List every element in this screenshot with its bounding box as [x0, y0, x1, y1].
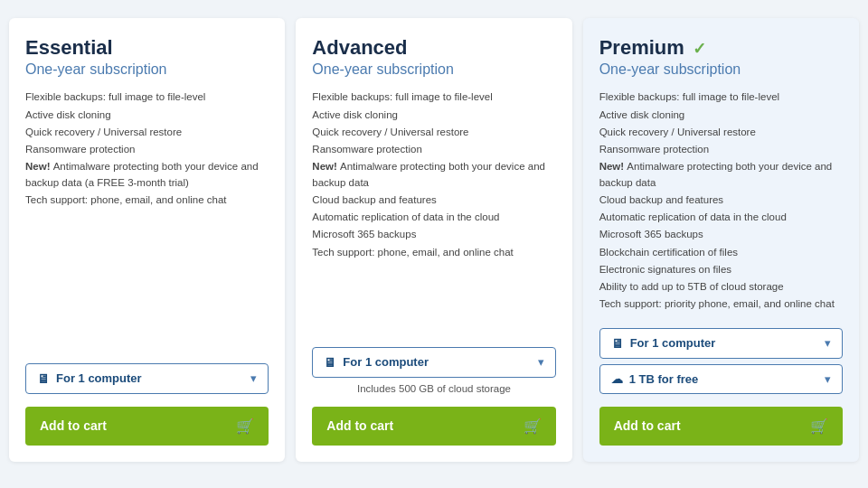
feature-item: Active disk cloning [599, 107, 843, 124]
chevron-down-icon: ▾ [825, 372, 831, 386]
cart-icon: 🛒 [810, 418, 828, 435]
computer-dropdown-essential[interactable]: 🖥For 1 computer▾ [25, 363, 269, 394]
checkmark-icon: ✓ [688, 40, 706, 58]
computer-dropdown-label: For 1 computer [343, 355, 429, 369]
chevron-down-icon: ▾ [825, 336, 831, 350]
cards-container: EssentialOne-year subscriptionFlexible b… [9, 18, 859, 462]
feature-item: Cloud backup and features [599, 192, 843, 209]
new-label: New! [25, 161, 53, 172]
features-list-advanced: Flexible backups: full image to file-lev… [312, 89, 555, 332]
features-list-essential: Flexible backups: full image to file-lev… [25, 89, 269, 348]
card-subtitle-premium: One-year subscription [599, 61, 843, 78]
feature-item: Quick recovery / Universal restore [312, 124, 555, 141]
add-to-cart-button-premium[interactable]: Add to cart🛒 [599, 407, 843, 446]
card-essential: EssentialOne-year subscriptionFlexible b… [9, 18, 285, 462]
feature-item: New! Antimalware protecting both your de… [25, 158, 269, 192]
feature-item: Tech support: phone, email, and online c… [312, 244, 555, 261]
add-to-cart-button-advanced[interactable]: Add to cart🛒 [312, 407, 555, 446]
feature-item: Electronic signatures on files [599, 261, 843, 278]
card-premium: Premium ✓One-year subscriptionFlexible b… [583, 18, 859, 462]
computer-dropdown-label: For 1 computer [630, 336, 716, 350]
chevron-down-icon: ▾ [538, 355, 544, 369]
card-title-premium: Premium ✓ [599, 36, 843, 60]
card-title-advanced: Advanced [312, 36, 555, 60]
features-list-premium: Flexible backups: full image to file-lev… [599, 89, 843, 313]
monitor-icon: 🖥 [611, 336, 624, 351]
chevron-down-icon: ▾ [250, 371, 257, 385]
monitor-icon: 🖥 [37, 371, 50, 386]
card-subtitle-advanced: One-year subscription [312, 61, 555, 78]
cart-icon: 🛒 [524, 418, 542, 435]
computer-dropdown-advanced[interactable]: 🖥For 1 computer▾ [312, 347, 555, 378]
feature-item: New! Antimalware protecting both your de… [599, 158, 843, 192]
feature-item: Microsoft 365 backups [312, 226, 555, 243]
monitor-icon: 🖥 [324, 355, 336, 370]
add-to-cart-label: Add to cart [614, 418, 681, 433]
add-to-cart-label: Add to cart [326, 418, 393, 433]
feature-item: Active disk cloning [25, 107, 269, 124]
feature-item: Microsoft 365 backups [599, 226, 843, 243]
storage-dropdown-label: 1 TB for free [629, 372, 699, 386]
feature-item: Flexible backups: full image to file-lev… [599, 89, 843, 106]
card-advanced: AdvancedOne-year subscriptionFlexible ba… [296, 18, 571, 462]
cloud-icon: ☁ [611, 372, 623, 386]
feature-item: Automatic replication of data in the clo… [599, 209, 843, 226]
feature-item: Flexible backups: full image to file-lev… [312, 89, 555, 106]
storage-dropdown-premium[interactable]: ☁1 TB for free▾ [599, 364, 843, 394]
feature-item: Automatic replication of data in the clo… [312, 209, 555, 226]
feature-item: Ransomware protection [599, 141, 843, 158]
new-label: New! [312, 161, 340, 172]
computer-dropdown-premium[interactable]: 🖥For 1 computer▾ [599, 328, 843, 359]
computer-dropdown-label: For 1 computer [56, 371, 142, 385]
card-title-essential: Essential [25, 36, 269, 60]
dropdown-section-essential: 🖥For 1 computer▾ [25, 363, 269, 399]
feature-item: Blockchain certification of files [599, 244, 843, 261]
add-to-cart-button-essential[interactable]: Add to cart🛒 [25, 407, 269, 446]
feature-item: Flexible backups: full image to file-lev… [25, 89, 269, 106]
feature-item: Ransomware protection [312, 141, 555, 158]
feature-item: Tech support: priority phone, email, and… [599, 296, 843, 313]
dropdown-section-advanced: 🖥For 1 computer▾Includes 500 GB of cloud… [312, 347, 555, 399]
feature-item: Ransomware protection [25, 141, 269, 158]
feature-item: Tech support: phone, email, and online c… [25, 192, 269, 209]
card-subtitle-essential: One-year subscription [25, 61, 269, 78]
new-label: New! [599, 161, 627, 172]
dropdown-section-premium: 🖥For 1 computer▾☁1 TB for free▾ [599, 328, 843, 399]
feature-item: Cloud backup and features [312, 192, 555, 209]
storage-note: Includes 500 GB of cloud storage [312, 383, 555, 394]
feature-item: Active disk cloning [312, 107, 555, 124]
feature-item: New! Antimalware protecting both your de… [312, 158, 555, 192]
feature-item: Ability to add up to 5TB of cloud storag… [599, 278, 843, 296]
feature-item: Quick recovery / Universal restore [25, 124, 269, 141]
cart-icon: 🛒 [236, 418, 254, 435]
feature-item: Quick recovery / Universal restore [599, 124, 843, 141]
add-to-cart-label: Add to cart [40, 418, 107, 433]
